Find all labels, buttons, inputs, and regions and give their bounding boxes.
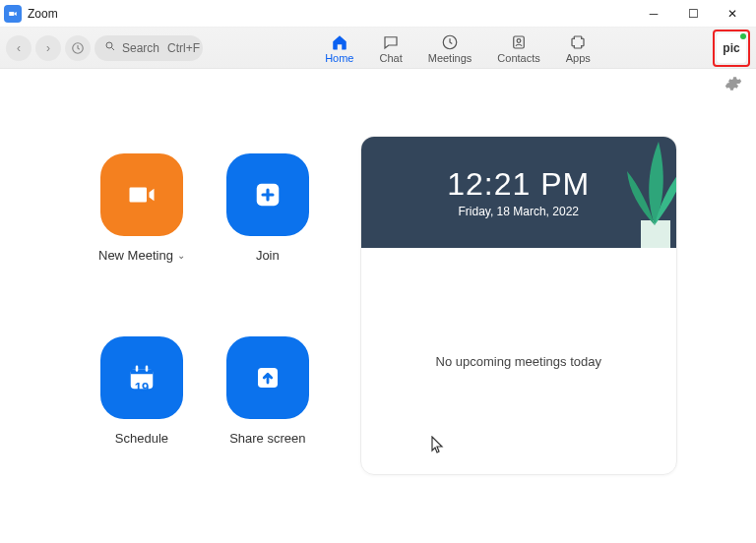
tab-meetings[interactable]: Meetings (428, 31, 472, 64)
toolbar: ‹ › Search Ctrl+F Home Chat Meetings Con… (0, 28, 756, 69)
calendar-header: 12:21 PM Friday, 18 March, 2022 (361, 137, 676, 248)
search-label: Search (122, 41, 159, 55)
history-button[interactable] (65, 35, 91, 61)
calendar-day: 19 (135, 380, 149, 394)
tab-apps[interactable]: Apps (566, 31, 591, 64)
tab-home[interactable]: Home (325, 31, 353, 64)
contacts-icon (510, 33, 528, 51)
plus-icon (253, 180, 283, 210)
tile-label: Schedule (115, 431, 168, 446)
current-time: 12:21 PM (447, 166, 590, 203)
titlebar: Zoom ─ ☐ ✕ (0, 0, 756, 28)
nav-tabs: Home Chat Meetings Contacts Apps (207, 31, 709, 64)
share-screen-button[interactable]: Share screen (224, 336, 311, 476)
svg-rect-7 (131, 369, 154, 374)
svg-point-4 (517, 39, 521, 43)
clock-icon (441, 33, 459, 51)
action-tiles: New Meeting⌄ Join 19 Schedule Share scre… (20, 136, 311, 475)
settings-button[interactable] (724, 75, 742, 96)
presence-dot-icon (740, 33, 746, 39)
schedule-button[interactable]: 19 Schedule (98, 336, 185, 476)
plant-decoration-icon (599, 137, 676, 248)
zoom-app-icon (4, 5, 22, 23)
minimize-button[interactable]: ─ (634, 0, 673, 28)
maximize-button[interactable]: ☐ (673, 0, 713, 28)
apps-icon (569, 33, 587, 51)
user-avatar[interactable]: pic (717, 33, 746, 63)
home-icon (331, 33, 348, 51)
avatar-highlight: pic (713, 30, 750, 67)
close-button[interactable]: ✕ (713, 0, 752, 28)
empty-meetings-text: No upcoming meetings today (436, 354, 601, 369)
svg-rect-8 (136, 365, 139, 371)
join-button[interactable]: Join (224, 153, 311, 293)
chat-icon (382, 33, 400, 51)
tab-label: Home (325, 52, 353, 64)
svg-rect-9 (146, 365, 149, 371)
tile-label: Join (256, 248, 280, 263)
tile-label: New Meeting (98, 248, 173, 263)
calendar-card: 12:21 PM Friday, 18 March, 2022 No upcom… (360, 136, 677, 475)
search-shortcut: Ctrl+F (167, 41, 200, 55)
tab-contacts[interactable]: Contacts (497, 31, 539, 64)
calendar-body: No upcoming meetings today (361, 248, 676, 474)
chevron-down-icon: ⌄ (177, 250, 185, 261)
current-date: Friday, 18 March, 2022 (458, 205, 579, 218)
tab-chat[interactable]: Chat (379, 31, 402, 64)
gear-icon (724, 75, 742, 92)
tab-label: Contacts (497, 52, 539, 64)
search-input[interactable]: Search Ctrl+F (94, 35, 203, 61)
cursor-icon (430, 436, 444, 456)
share-icon (253, 363, 283, 392)
tab-label: Meetings (428, 52, 472, 64)
nav-back-button[interactable]: ‹ (6, 35, 32, 61)
video-icon (127, 180, 157, 210)
tile-label: Share screen (229, 431, 305, 446)
tab-label: Apps (566, 52, 591, 64)
search-icon (104, 40, 116, 55)
svg-rect-11 (641, 220, 670, 248)
home-content: New Meeting⌄ Join 19 Schedule Share scre… (0, 96, 756, 495)
app-title: Zoom (28, 7, 634, 21)
avatar-text: pic (723, 41, 739, 55)
svg-point-1 (106, 42, 112, 48)
tab-label: Chat (379, 52, 402, 64)
nav-forward-button[interactable]: › (35, 35, 61, 61)
new-meeting-button[interactable]: New Meeting⌄ (98, 153, 185, 293)
